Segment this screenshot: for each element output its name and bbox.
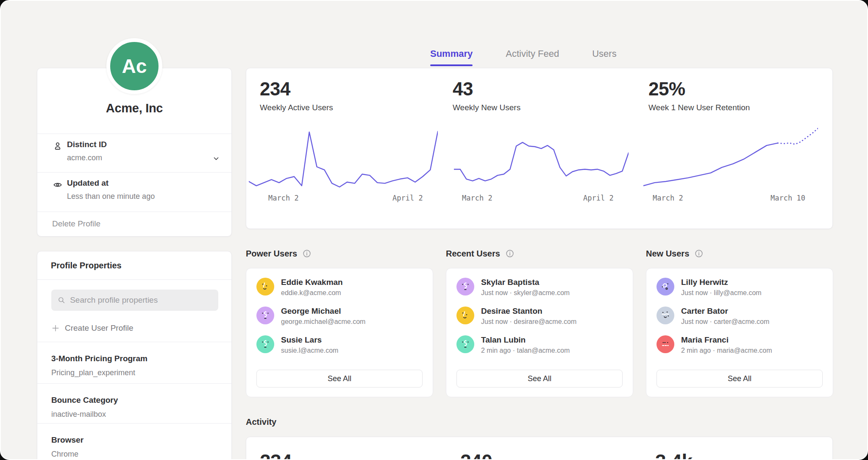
user-row[interactable]: Skylar Baptista Just now · skyler@acme.c… xyxy=(456,278,623,297)
property-item[interactable]: 3-Month Pricing Program Pricing_plan_exp… xyxy=(37,342,231,383)
user-subtext: 2 min ago · maria@acme.com xyxy=(681,347,772,354)
user-name: Carter Bator xyxy=(681,307,769,316)
user-avatar xyxy=(456,307,474,324)
see-all-button[interactable]: See All xyxy=(456,370,623,388)
search-input[interactable] xyxy=(70,296,212,305)
recent-users-section: Recent Users Skylar Baptista Just now · … xyxy=(446,245,633,397)
profile-properties-title: Profile Properties xyxy=(51,261,122,270)
eye-icon xyxy=(52,179,63,190)
stat-weekly-active-users: 234 Weekly Active Users xyxy=(260,78,333,112)
user-row[interactable]: Lilly Herwitz Just now · lilly@acme.com xyxy=(657,278,823,297)
see-all-button[interactable]: See All xyxy=(657,370,823,388)
property-item[interactable]: Browser Chrome xyxy=(37,423,231,460)
user-info: Skylar Baptista Just now · skyler@acme.c… xyxy=(481,278,570,297)
user-info: Talan Lubin 2 min ago · talan@acme.com xyxy=(481,335,570,354)
info-icon[interactable] xyxy=(505,249,515,258)
x-axis-tick: April 2 xyxy=(392,194,423,202)
user-row[interactable]: George Michael george.michael@acme.com xyxy=(256,307,423,326)
create-user-profile-button[interactable]: Create User Profile xyxy=(51,315,134,341)
user-subtext: 2 min ago · talan@acme.com xyxy=(481,347,570,354)
avatar-face-squiggle-icon xyxy=(459,281,471,293)
user-row[interactable]: Desirae Stanton Just now · desirare@acme… xyxy=(456,307,623,326)
avatar-face-wink-icon xyxy=(459,309,471,321)
x-axis-tick: March 2 xyxy=(268,194,299,202)
activity-card: 234 240 3.4k xyxy=(246,437,833,460)
user-row[interactable]: Maria Franci 2 min ago · maria@acme.com xyxy=(657,335,823,354)
user-subtext: Just now · carter@acme.com xyxy=(681,318,769,326)
user-subtext: george.michael@acme.com xyxy=(281,318,365,326)
updated-at-row: Updated at Less than one minute ago xyxy=(37,172,231,212)
x-axis-tick: March 2 xyxy=(462,194,492,202)
avatar-face-squiggle-icon xyxy=(259,309,271,321)
section-header: Recent Users xyxy=(446,245,633,262)
user-subtext: Just now · skyler@acme.com xyxy=(481,289,570,297)
property-value: inactive-mailbox xyxy=(51,410,106,419)
profile-properties-card: Profile Properties Create User Profile 3… xyxy=(37,251,232,460)
stat-label: Weekly New Users xyxy=(453,103,520,112)
power-users-section: Power Users Eddie Kwakman eddie.k@acme.c… xyxy=(246,245,433,397)
user-name: Maria Franci xyxy=(681,335,772,345)
user-subtext: susie.l@acme.com xyxy=(281,347,338,354)
info-icon[interactable] xyxy=(302,249,312,258)
delete-profile-button[interactable]: Delete Profile xyxy=(52,219,100,229)
tab-bar: Summary Activity Feed Users xyxy=(430,48,617,66)
delete-profile-row: Delete Profile xyxy=(37,212,231,237)
avatar-face-wave-icon xyxy=(659,309,671,321)
stat-value: 43 xyxy=(453,78,520,100)
chevron-down-icon[interactable] xyxy=(211,153,221,164)
user-avatar xyxy=(657,307,674,324)
stat-weekly-new-users: 43 Weekly New Users xyxy=(453,78,520,112)
avatar-face-neutral-icon xyxy=(659,338,671,350)
user-info: Desirae Stanton Just now · desirare@acme… xyxy=(481,307,576,326)
chart-weekly-active-users: March 2 April 2 xyxy=(249,122,438,206)
section-title: New Users xyxy=(646,249,689,259)
user-row[interactable]: Carter Bator Just now · carter@acme.com xyxy=(657,307,823,326)
property-name: Bounce Category xyxy=(51,396,118,405)
user-name: Lilly Herwitz xyxy=(681,278,762,287)
x-axis-tick: April 2 xyxy=(583,194,614,202)
user-avatar xyxy=(256,278,274,296)
user-name: Desirae Stanton xyxy=(481,307,576,316)
avatar-face-wink-icon xyxy=(259,281,271,293)
stat-label: Week 1 New User Retention xyxy=(648,103,750,112)
user-name: Eddie Kwakman xyxy=(281,278,343,287)
user-name: Skylar Baptista xyxy=(481,278,570,287)
stat-value: 25% xyxy=(648,78,750,100)
distinct-id-row[interactable]: Distinct ID acme.com xyxy=(37,134,231,172)
user-info: George Michael george.michael@acme.com xyxy=(281,307,365,326)
user-avatar xyxy=(657,278,674,296)
line-chart xyxy=(249,122,438,190)
user-avatar xyxy=(657,335,674,353)
tab-users[interactable]: Users xyxy=(592,48,616,66)
line-chart xyxy=(643,122,818,190)
property-item[interactable]: Bounce Category inactive-mailbox xyxy=(37,383,231,423)
distinct-id-value: acme.com xyxy=(67,153,102,162)
search-icon xyxy=(57,296,66,305)
avatar-face-squiggle-icon xyxy=(259,338,271,350)
info-icon[interactable] xyxy=(694,249,704,258)
app-window: Ac Acme, Inc Distinct ID acme.com Update… xyxy=(0,0,868,460)
tab-activity-feed[interactable]: Activity Feed xyxy=(506,48,559,66)
see-all-button[interactable]: See All xyxy=(256,370,423,388)
chart-weekly-new-users: March 2 April 2 xyxy=(454,122,629,206)
section-header: New Users xyxy=(646,245,833,262)
create-user-profile-label: Create User Profile xyxy=(65,323,134,333)
user-info: Lilly Herwitz Just now · lilly@acme.com xyxy=(681,278,762,297)
avatar-face-loop-icon xyxy=(659,281,671,293)
tab-summary[interactable]: Summary xyxy=(430,48,473,66)
property-value: Chrome xyxy=(51,450,78,459)
user-avatar xyxy=(256,335,274,353)
stat-week1-retention: 25% Week 1 New User Retention xyxy=(648,78,750,112)
user-row[interactable]: Talan Lubin 2 min ago · talan@acme.com xyxy=(456,335,623,354)
section-title: Power Users xyxy=(246,249,297,259)
user-row[interactable]: Eddie Kwakman eddie.k@acme.com xyxy=(256,278,423,297)
property-name: 3-Month Pricing Program xyxy=(51,354,147,363)
company-name: Acme, Inc xyxy=(37,101,231,115)
user-info: Susie Lars susie.l@acme.com xyxy=(281,335,338,354)
user-row[interactable]: Susie Lars susie.l@acme.com xyxy=(256,335,423,354)
company-avatar-initials: Ac xyxy=(122,55,147,78)
new-users-section: New Users Lilly Herwitz Just now · lilly… xyxy=(646,245,833,397)
new-users-card: Lilly Herwitz Just now · lilly@acme.com … xyxy=(646,268,833,397)
updated-at-label: Updated at xyxy=(67,178,108,188)
profile-properties-search[interactable] xyxy=(51,290,218,311)
